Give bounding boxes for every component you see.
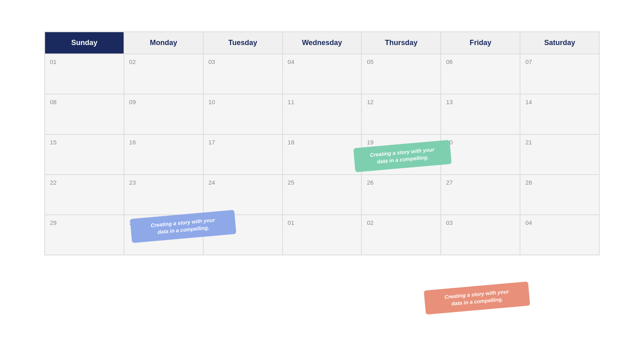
calendar-cell-w4d4: 02 xyxy=(361,215,441,255)
calendar-cell-w1d3: 11 xyxy=(283,94,362,134)
calendar-cell-w1d4: 12 xyxy=(361,94,441,134)
calendar-cell-w0d0: 01 xyxy=(45,54,124,94)
calendar-cell-w2d5: 20 xyxy=(441,134,520,175)
calendar-cell-w3d5: 27 xyxy=(441,175,520,215)
calendar-cell-w3d6: 28 xyxy=(520,175,599,215)
calendar-cell-w1d6: 14 xyxy=(520,94,599,134)
day-header-saturday: Saturday xyxy=(520,32,599,54)
calendar-cell-w2d1: 16 xyxy=(124,134,203,175)
calendar-body: 0102030405060708091011121314151617181920… xyxy=(45,54,599,255)
calendar-cell-w0d2: 03 xyxy=(203,54,283,94)
calendar-cell-w1d2: 10 xyxy=(203,94,283,134)
calendar-cell-w3d0: 22 xyxy=(45,175,124,215)
calendar-cell-w3d4: 26 xyxy=(361,175,441,215)
calendar-cell-w2d3: 18 xyxy=(283,134,362,175)
calendar-cell-w0d3: 04 xyxy=(283,54,362,94)
calendar-cell-w4d5: 03 xyxy=(441,215,520,255)
calendar-cell-w1d5: 13 xyxy=(441,94,520,134)
calendar-cell-w2d4: 19 xyxy=(361,134,441,175)
calendar-cell-w2d0: 15 xyxy=(45,134,124,175)
day-header-tuesday: Tuesday xyxy=(203,32,283,54)
calendar-cell-w2d2: 17 xyxy=(203,134,283,175)
calendar-cell-w4d6: 04 xyxy=(520,215,599,255)
calendar-cell-w0d6: 07 xyxy=(520,54,599,94)
calendar-wrapper: Sunday Monday Tuesday Wednesday Thursday… xyxy=(44,31,600,255)
calendar-cell-w0d4: 05 xyxy=(361,54,441,94)
calendar-cell-w3d1: 23 xyxy=(124,175,203,215)
day-header-monday: Monday xyxy=(124,32,203,54)
calendar-cell-w4d0: 29 xyxy=(45,215,124,255)
day-header-friday: Friday xyxy=(441,32,520,54)
calendar-cell-w4d2: 31 xyxy=(203,215,283,255)
calendar-grid: Sunday Monday Tuesday Wednesday Thursday… xyxy=(44,31,600,255)
calendar-cell-w4d1: 30 xyxy=(124,215,203,255)
calendar-cell-w1d1: 09 xyxy=(124,94,203,134)
calendar-cell-w2d6: 21 xyxy=(520,134,599,175)
calendar-cell-w3d3: 25 xyxy=(283,175,362,215)
calendar-cell-w3d2: 24 xyxy=(203,175,283,215)
calendar-cell-w4d3: 01 xyxy=(283,215,362,255)
day-header-wednesday: Wednesday xyxy=(283,32,362,54)
day-header-thursday: Thursday xyxy=(361,32,441,54)
calendar-cell-w0d5: 06 xyxy=(441,54,520,94)
calendar-cell-w1d0: 08 xyxy=(45,94,124,134)
calendar-cell-w0d1: 02 xyxy=(124,54,203,94)
calendar-header-row: Sunday Monday Tuesday Wednesday Thursday… xyxy=(45,32,599,54)
day-header-sunday: Sunday xyxy=(45,32,124,54)
event-orange: Creating a story with yourdata in a comp… xyxy=(424,282,530,315)
